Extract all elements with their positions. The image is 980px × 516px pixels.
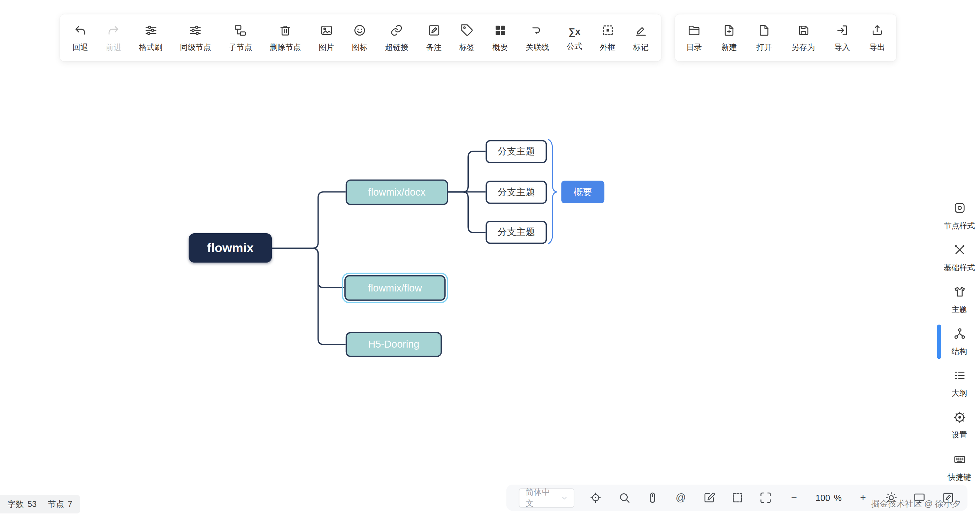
summary-label: 概要: [492, 44, 508, 52]
annotate-button[interactable]: [941, 490, 955, 505]
child-node-button[interactable]: 子节点: [229, 24, 252, 52]
outline-list-icon: [953, 368, 966, 384]
node-flowmix-flow-selected[interactable]: flowmix/flow: [344, 275, 446, 301]
mouse-icon: [646, 492, 659, 504]
node-flowmix-docx[interactable]: flowmix/docx: [346, 180, 448, 205]
bottom-toolbar: 简体中文 @ − 100 % +: [506, 485, 968, 511]
tag-button[interactable]: 标签: [459, 24, 475, 52]
active-indicator: [937, 325, 941, 359]
locate-button[interactable]: [589, 490, 603, 505]
import-icon: [836, 24, 849, 40]
marquee-select-button[interactable]: [730, 490, 745, 505]
sibling-node-label: 同级节点: [180, 44, 211, 52]
format-painter-button[interactable]: 格式刷: [139, 24, 162, 52]
new-file-button[interactable]: 新建: [721, 24, 737, 52]
summary-button[interactable]: 概要: [492, 24, 508, 52]
drag-mode-button[interactable]: [646, 490, 659, 505]
new-file-icon: [722, 24, 736, 40]
child-node-icon: [234, 24, 247, 40]
mention-button[interactable]: @: [674, 490, 687, 505]
monitor-icon: [913, 492, 926, 504]
sibling-node-button[interactable]: 同级节点: [180, 24, 211, 52]
right-sidebar: 节点样式 基础样式 主题 结构 大纲 设置 快捷键: [939, 195, 980, 489]
zoom-percent-sign: %: [834, 493, 842, 503]
sidebar-item-node-style[interactable]: 节点样式: [939, 195, 980, 237]
expand-icon: [759, 492, 772, 504]
sidebar-label: 主题: [951, 304, 967, 314]
link-icon: [390, 24, 404, 40]
language-select[interactable]: 简体中文: [519, 488, 575, 508]
sidebar-item-structure[interactable]: 结构: [939, 321, 980, 363]
dashed-frame-icon: [601, 24, 614, 40]
brightness-button[interactable]: [885, 490, 899, 505]
redo-label: 前进: [106, 44, 121, 52]
hyperlink-button[interactable]: 超链接: [385, 24, 409, 52]
image-label: 图片: [318, 44, 334, 52]
edit-square-icon: [703, 492, 716, 504]
image-button[interactable]: 图片: [318, 24, 334, 52]
toc-button[interactable]: 目录: [686, 24, 702, 52]
hyperlink-label: 超链接: [385, 44, 409, 52]
zoom-level: 100 %: [816, 493, 842, 503]
root-node[interactable]: flowmix: [189, 233, 272, 263]
minimap-button[interactable]: [913, 490, 927, 505]
relation-line-icon: [531, 24, 544, 40]
word-count-value: 53: [27, 500, 37, 509]
node-h5-dooring[interactable]: H5-Dooring: [346, 332, 442, 357]
relation-line-button[interactable]: 关联线: [525, 24, 549, 52]
branch-node-3[interactable]: 分支主题: [485, 221, 547, 244]
gear-icon: [953, 410, 966, 426]
export-label: 导出: [870, 44, 885, 52]
delete-node-button[interactable]: 删除节点: [270, 24, 301, 52]
formula-button[interactable]: ∑x 公式: [567, 25, 582, 51]
open-file-button[interactable]: 打开: [756, 24, 772, 52]
marker-pen-icon: [634, 24, 648, 40]
image-icon: [320, 24, 333, 40]
crossed-tools-icon: [953, 243, 966, 259]
outer-frame-button[interactable]: 外框: [600, 24, 616, 52]
edit-button[interactable]: [702, 490, 716, 505]
sidebar-label: 快捷键: [948, 472, 971, 482]
sidebar-item-basic-style[interactable]: 基础样式: [939, 237, 980, 279]
icon-button[interactable]: 图标: [352, 24, 368, 52]
undo-icon: [74, 24, 87, 40]
dashed-select-icon: [731, 492, 744, 504]
summary-node[interactable]: 概要: [561, 181, 604, 203]
branch-node-1[interactable]: 分支主题: [485, 140, 547, 163]
open-file-label: 打开: [756, 44, 772, 52]
import-button[interactable]: 导入: [834, 24, 850, 52]
sidebar-item-settings[interactable]: 设置: [939, 405, 980, 446]
export-icon: [870, 24, 884, 40]
formula-label: 公式: [567, 43, 582, 50]
format-painter-label: 格式刷: [139, 44, 162, 52]
tag-icon: [460, 24, 474, 40]
status-bar: 字数 53 节点 7: [0, 495, 80, 513]
chevron-down-icon: [561, 494, 567, 502]
keyboard-icon: [953, 452, 966, 468]
undo-label: 回退: [73, 44, 88, 52]
fullscreen-button[interactable]: [759, 490, 773, 505]
child-node-label: 子节点: [229, 44, 252, 52]
node-count-value: 7: [68, 500, 73, 509]
search-button[interactable]: [617, 490, 631, 505]
branch-node-2[interactable]: 分支主题: [485, 181, 547, 204]
import-label: 导入: [834, 44, 850, 52]
zoom-in-button[interactable]: +: [856, 490, 870, 505]
sidebar-item-shortcuts[interactable]: 快捷键: [939, 446, 980, 488]
mindmap-edges: [0, 0, 980, 516]
save-icon: [797, 24, 810, 40]
save-as-button[interactable]: 另存为: [791, 24, 815, 52]
note-button[interactable]: 备注: [426, 24, 442, 52]
mark-button[interactable]: 标记: [633, 24, 649, 52]
sidebar-label: 基础样式: [944, 262, 975, 272]
sidebar-item-theme[interactable]: 主题: [939, 279, 980, 321]
sidebar-item-outline[interactable]: 大纲: [939, 363, 980, 405]
crosshair-icon: [590, 492, 602, 504]
redo-icon: [107, 24, 120, 40]
undo-button[interactable]: 回退: [73, 24, 88, 52]
export-button[interactable]: 导出: [870, 24, 885, 52]
sidebar-label: 设置: [951, 430, 967, 440]
sidebar-label: 结构: [951, 346, 967, 357]
zoom-out-button[interactable]: −: [787, 490, 801, 505]
redo-button[interactable]: 前进: [106, 24, 121, 52]
